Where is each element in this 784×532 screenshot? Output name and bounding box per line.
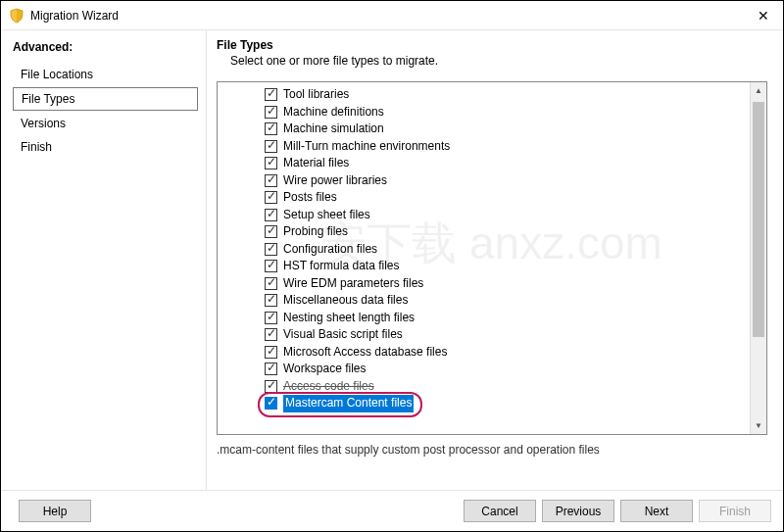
file-type-label: Setup sheet files — [283, 207, 370, 224]
file-type-checkbox[interactable] — [265, 312, 277, 324]
file-type-checkbox[interactable] — [265, 277, 277, 290]
file-type-label: Posts files — [283, 189, 337, 207]
file-type-label: Machine definitions — [283, 104, 384, 121]
sidebar-heading: Advanced: — [13, 40, 198, 54]
sidebar-item-file-types[interactable]: File Types — [13, 87, 198, 111]
file-type-row[interactable]: Setup sheet files — [265, 207, 750, 224]
migration-wizard-window: Migration Wizard ✕ Advanced: File Locati… — [0, 0, 784, 532]
titlebar: Migration Wizard ✕ — [1, 1, 783, 30]
file-type-label: Tool libraries — [283, 86, 349, 104]
previous-button[interactable]: Previous — [542, 500, 614, 522]
file-type-label: Workspace files — [283, 361, 366, 378]
file-type-row[interactable]: Wire power libraries — [265, 172, 750, 190]
file-type-row[interactable]: Mill-Turn machine environments — [265, 138, 750, 156]
cancel-button[interactable]: Cancel — [464, 500, 536, 522]
file-types-listbox: Tool librariesMachine definitionsMachine… — [217, 81, 767, 435]
sidebar-item-file-locations[interactable]: File Locations — [13, 64, 198, 85]
file-type-description: .mcam-content files that supply custom p… — [217, 443, 767, 482]
finish-button[interactable]: Finish — [699, 500, 771, 522]
file-type-row[interactable]: Machine definitions — [265, 104, 750, 121]
scroll-up-button[interactable]: ▲ — [751, 82, 766, 99]
annotation-highlight — [13, 160, 91, 189]
file-type-label: Mill-Turn machine environments — [283, 138, 450, 156]
file-type-row[interactable]: Configuration files — [265, 241, 750, 259]
file-type-checkbox[interactable] — [265, 174, 277, 187]
close-button[interactable]: ✕ — [744, 1, 783, 30]
file-type-row[interactable]: Machine simulation — [265, 121, 750, 138]
footer: Help Cancel Previous Next Finish — [1, 490, 783, 531]
file-type-label: Nesting sheet length files — [283, 310, 415, 327]
file-type-checkbox[interactable] — [265, 397, 277, 410]
help-button[interactable]: Help — [19, 500, 91, 522]
file-type-label: Mastercam Content files — [283, 395, 414, 412]
file-types-list: Tool librariesMachine definitionsMachine… — [218, 82, 750, 434]
file-type-checkbox[interactable] — [265, 363, 277, 375]
next-button[interactable]: Next — [620, 500, 693, 522]
sidebar-item-versions[interactable]: Versions — [13, 113, 198, 134]
window-title: Migration Wizard — [30, 9, 119, 23]
file-type-checkbox[interactable] — [265, 209, 277, 221]
sidebar-item-finish[interactable]: Finish — [13, 136, 198, 158]
scroll-down-button[interactable]: ▼ — [751, 417, 766, 434]
file-type-label: Probing files — [283, 223, 348, 241]
file-type-row[interactable]: Mastercam Content files — [265, 395, 750, 412]
file-type-row[interactable]: Visual Basic script files — [265, 326, 750, 344]
file-type-checkbox[interactable] — [265, 191, 277, 204]
sidebar-item-label: Versions — [21, 117, 66, 130]
file-type-row[interactable]: Access code files — [265, 378, 750, 396]
close-icon: ✕ — [758, 8, 769, 24]
file-type-checkbox[interactable] — [265, 225, 277, 238]
sidebar-item-label: Finish — [21, 140, 52, 154]
file-type-checkbox[interactable] — [265, 260, 277, 272]
file-type-checkbox[interactable] — [265, 106, 277, 119]
file-type-checkbox[interactable] — [265, 122, 277, 135]
file-type-row[interactable]: Workspace files — [265, 361, 750, 378]
wizard-icon — [9, 8, 24, 24]
file-type-checkbox[interactable] — [265, 380, 277, 393]
file-type-checkbox[interactable] — [265, 346, 277, 359]
file-type-checkbox[interactable] — [265, 294, 277, 307]
file-type-label: Configuration files — [283, 241, 377, 259]
sidebar-item-label: File Types — [22, 92, 74, 106]
file-type-label: Wire power libraries — [283, 172, 387, 190]
page-title: File Types — [217, 38, 767, 52]
file-type-label: Machine simulation — [283, 121, 384, 138]
file-type-label: Wire EDM parameters files — [283, 275, 423, 293]
file-type-label: Visual Basic script files — [283, 326, 403, 344]
file-type-row[interactable]: Probing files — [265, 223, 750, 241]
file-type-row[interactable]: HST formula data files — [265, 258, 750, 275]
file-type-checkbox[interactable] — [265, 140, 277, 153]
file-type-label: Material files — [283, 155, 349, 172]
file-type-checkbox[interactable] — [265, 328, 277, 341]
file-type-row[interactable]: Nesting sheet length files — [265, 310, 750, 327]
file-type-label: HST formula data files — [283, 258, 400, 275]
scroll-thumb[interactable] — [753, 102, 764, 337]
file-type-label: Access code files — [283, 378, 374, 396]
nav-list: File LocationsFile TypesVersionsFinish — [13, 64, 198, 158]
wizard-body: Advanced: File LocationsFile TypesVersio… — [1, 30, 783, 490]
file-type-row[interactable]: Microsoft Access database files — [265, 344, 750, 362]
file-type-checkbox[interactable] — [265, 243, 277, 256]
sidebar-item-label: File Locations — [21, 68, 93, 81]
sidebar: Advanced: File LocationsFile TypesVersio… — [1, 30, 207, 490]
file-type-row[interactable]: Material files — [265, 155, 750, 172]
file-type-row[interactable]: Miscellaneous data files — [265, 292, 750, 310]
page-subtitle: Select one or more file types to migrate… — [230, 54, 767, 68]
vertical-scrollbar[interactable]: ▲ ▼ — [750, 82, 766, 434]
main-panel: File Types Select one or more file types… — [207, 30, 783, 490]
file-type-row[interactable]: Tool libraries — [265, 86, 750, 104]
file-type-label: Miscellaneous data files — [283, 292, 408, 310]
file-type-checkbox[interactable] — [265, 88, 277, 101]
file-type-row[interactable]: Posts files — [265, 189, 750, 207]
file-type-row[interactable]: Wire EDM parameters files — [265, 275, 750, 293]
file-type-label: Microsoft Access database files — [283, 344, 447, 362]
file-type-checkbox[interactable] — [265, 157, 277, 169]
